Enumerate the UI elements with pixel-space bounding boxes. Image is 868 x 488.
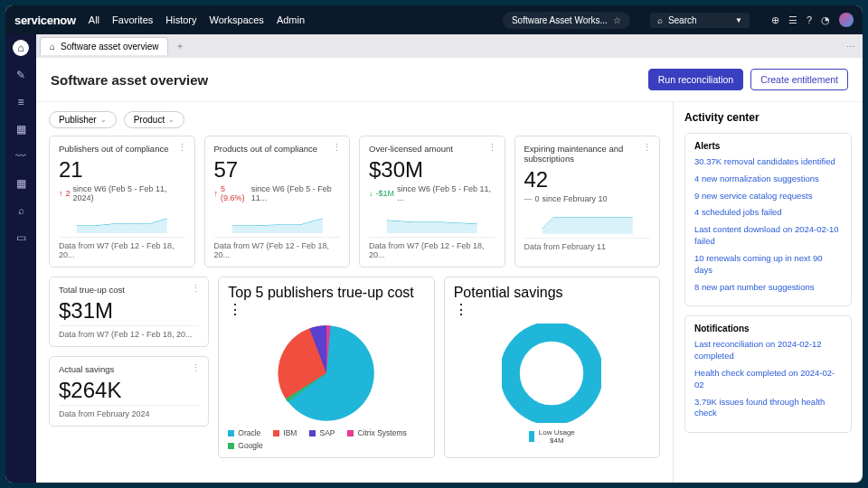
alert-link[interactable]: 8 new part number suggestions	[694, 282, 842, 294]
alert-link[interactable]: 4 scheduled jobs failed	[694, 207, 842, 219]
arrow-up-icon: ↑	[214, 189, 219, 198]
page-title: Software asset overview	[51, 72, 208, 88]
sparkline	[212, 206, 343, 233]
nav-admin[interactable]: Admin	[277, 14, 305, 25]
home-icon[interactable]: ⌂	[13, 40, 29, 56]
notification-link[interactable]: Health check completed on 2024-02-02	[694, 368, 842, 391]
donut-chart	[502, 324, 601, 423]
list-icon[interactable]: ≡	[13, 94, 29, 110]
help-icon[interactable]: ?	[807, 14, 812, 25]
run-reconciliation-button[interactable]: Run reconciliation	[648, 69, 743, 90]
alert-link[interactable]: 10 renewals coming up in next 90 days	[694, 253, 842, 277]
search-icon: ⌕	[657, 15, 663, 25]
pie-legend: Oracle IBM SAP Citrix Systems Google	[228, 428, 424, 450]
notification-link[interactable]: 3.79K issues found through health check	[694, 397, 842, 420]
search-rail-icon[interactable]: ⌕	[13, 202, 29, 219]
card-menu-icon[interactable]: ⋮	[177, 142, 187, 154]
card-menu-icon[interactable]: ⋮	[191, 283, 201, 295]
card-potential-savings: Potential savings⋮ Low Usage$4M	[444, 277, 660, 458]
tab-bar: ⌂ Software asset overview ＋ ⋯	[36, 34, 863, 58]
storage-icon[interactable]: ▭	[13, 230, 29, 246]
svg-point-1	[510, 332, 593, 415]
card-trueup-cost: Total true-up cost⋮ $31M Data from W7 (F…	[49, 277, 209, 347]
card-menu-icon[interactable]: ⋮	[191, 362, 201, 374]
globe-icon[interactable]: ⊕	[771, 14, 779, 26]
arrow-up-icon: ↑	[59, 189, 63, 198]
filter-publisher[interactable]: Publisher⌄	[49, 111, 117, 128]
logo: servicenow	[14, 14, 76, 27]
card-menu-icon[interactable]: ⋮	[228, 302, 242, 317]
global-topbar: servicenow All Favorites History Workspa…	[5, 5, 863, 34]
alert-link[interactable]: 30.37K removal candidates identified	[694, 156, 842, 168]
alert-link[interactable]: Last content download on 2024-02-10 fail…	[694, 224, 842, 248]
tab-overview[interactable]: ⌂ Software asset overview	[40, 37, 168, 55]
chevron-down-icon[interactable]: ▼	[735, 16, 742, 24]
create-entitlement-button[interactable]: Create entitlement	[750, 69, 848, 90]
pie-chart	[277, 324, 376, 423]
nav-all[interactable]: All	[89, 14, 99, 25]
alerts-panel: Alerts 30.37K removal candidates identif…	[684, 133, 852, 306]
card-actual-savings: Actual savings⋮ $264K Data from February…	[49, 356, 209, 427]
avatar[interactable]	[839, 13, 854, 27]
notifications-panel: Notifications Last reconciliation on 202…	[684, 315, 852, 433]
card-menu-icon[interactable]: ⋮	[642, 142, 652, 154]
chevron-down-icon: ⌄	[168, 116, 175, 124]
global-nav: All Favorites History Workspaces Admin	[89, 14, 305, 25]
activity-title: Activity center	[684, 111, 852, 124]
activity-icon[interactable]: 〰	[13, 148, 29, 164]
home-tab-icon: ⌂	[50, 42, 55, 52]
card-menu-icon[interactable]: ⋮	[454, 302, 468, 317]
chat-icon[interactable]: ☰	[788, 14, 797, 26]
chevron-down-icon: ⌄	[100, 116, 107, 124]
card-top5-publishers: Top 5 publishers true-up cost⋮ Oracle	[218, 277, 434, 458]
tab-overflow-icon[interactable]: ⋯	[846, 42, 855, 52]
dash-icon: —	[524, 194, 533, 203]
card-publishers-ooc: Publishers out of compliance⋮ 21 ↑2since…	[49, 136, 195, 267]
workspace-pill[interactable]: Software Asset Works...☆	[503, 12, 630, 29]
nav-history[interactable]: History	[165, 14, 196, 25]
sparkline	[523, 207, 653, 234]
card-over-licensed: Over-licensed amount⋮ $30M ↓-$1Msince W6…	[359, 136, 505, 267]
card-expiring: Expiring maintenance and subscriptions⋮ …	[514, 136, 661, 267]
card-menu-icon[interactable]: ⋮	[487, 142, 497, 154]
wrench-icon[interactable]: ✎	[13, 67, 29, 83]
nav-workspaces[interactable]: Workspaces	[210, 14, 264, 25]
calendar-icon[interactable]: ▦	[13, 175, 29, 192]
arrow-down-icon: ↓	[369, 189, 373, 198]
activity-center: Activity center Alerts 30.37K removal ca…	[673, 102, 863, 483]
left-rail: ⌂ ✎ ≡ ▦ 〰 ▦ ⌕ ▭	[5, 34, 36, 483]
sparkline	[57, 206, 187, 233]
alert-link[interactable]: 9 new service catalog requests	[694, 191, 842, 202]
add-tab-icon[interactable]: ＋	[175, 40, 184, 52]
grid-icon[interactable]: ▦	[13, 121, 29, 137]
bell-icon[interactable]: ◔	[821, 14, 830, 26]
global-search[interactable]: ⌕ Search ▼	[650, 13, 750, 28]
sparkline	[367, 206, 497, 233]
card-products-ooc: Products out of compliance⋮ 57 ↑5 (9.6%)…	[204, 136, 351, 267]
card-menu-icon[interactable]: ⋮	[332, 142, 342, 154]
star-icon[interactable]: ☆	[613, 15, 621, 25]
nav-favorites[interactable]: Favorites	[112, 14, 153, 25]
dashboard: Publisher⌄ Product⌄ Publishers out of co…	[36, 102, 673, 483]
page-header: Software asset overview Run reconciliati…	[36, 58, 863, 102]
filter-product[interactable]: Product⌄	[124, 111, 184, 128]
notification-link[interactable]: Last reconciliation on 2024-02-12 comple…	[694, 339, 842, 362]
alert-link[interactable]: 4 new normalization suggestions	[694, 174, 842, 185]
